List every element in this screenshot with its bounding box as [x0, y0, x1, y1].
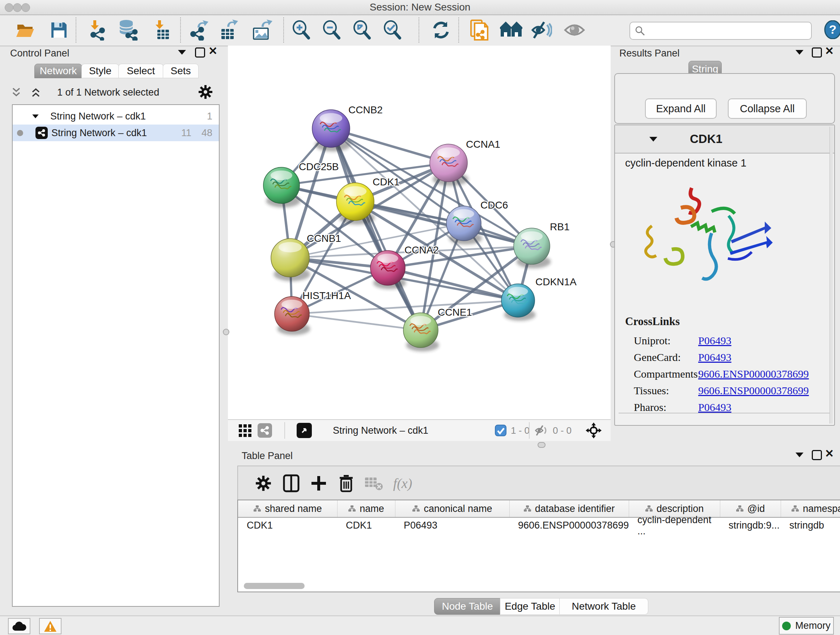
export-image-button[interactable] — [251, 19, 273, 41]
crosslink-link[interactable]: 9606.ENSP00000378699 — [698, 368, 809, 380]
crosslink-link[interactable]: 9606.ENSP00000378699 — [698, 385, 809, 397]
crosslink-link[interactable]: P06493 — [698, 334, 731, 347]
network-tree: String Network – cdk1 1 String Network –… — [12, 104, 219, 607]
pan-mode-button[interactable] — [585, 420, 602, 441]
node-CCNA1[interactable] — [430, 144, 468, 186]
zoom-selected-button[interactable] — [381, 19, 404, 41]
tab-style[interactable]: Style — [81, 64, 119, 78]
protein-header[interactable]: CDK1 — [615, 125, 834, 154]
first-neighbors-button[interactable] — [500, 19, 523, 41]
panel-float-icon[interactable] — [195, 48, 205, 57]
tab-sets[interactable]: Sets — [163, 64, 199, 78]
table-cell[interactable]: stringdb:9... — [720, 518, 781, 533]
network-row[interactable]: String Network – cdk1 11 48 — [13, 125, 219, 141]
column-header-database-identifier[interactable]: database identifier — [509, 500, 629, 517]
node-CDC25B[interactable] — [264, 167, 301, 207]
panel-float-icon[interactable] — [812, 450, 822, 460]
node-CCNA2[interactable] — [370, 250, 406, 289]
export-table-button[interactable] — [218, 19, 240, 41]
network-list-header: 1 of 1 Network selected — [3, 80, 224, 104]
section-expander-icon[interactable] — [649, 137, 657, 141]
column-label: @id — [747, 503, 765, 515]
delete-column-button[interactable] — [335, 472, 357, 494]
panel-close-icon[interactable]: ✕ — [208, 47, 218, 55]
help-button[interactable]: ? — [823, 20, 840, 39]
network-canvas[interactable]: CCNB2CCNA1CDC25BCDK1CDC6RB1CCNB1CCNA2CDK… — [228, 46, 611, 419]
results-scrollbar[interactable] — [829, 127, 833, 424]
import-network-database-button[interactable] — [116, 19, 139, 41]
node-table[interactable]: shared namenamecanonical namedatabase id… — [237, 500, 840, 592]
hide-selected-button[interactable] — [531, 19, 553, 41]
export-network-button[interactable] — [188, 19, 210, 41]
column-header-shared-name[interactable]: shared name — [238, 500, 338, 517]
network-collection-row[interactable]: String Network – cdk1 1 — [13, 108, 219, 125]
column-header--id[interactable]: @id — [720, 500, 781, 517]
tab-node-table[interactable]: Node Table — [434, 598, 501, 615]
tab-network[interactable]: Network — [34, 64, 82, 78]
import-network-file-button[interactable] — [86, 19, 108, 41]
table-cell[interactable]: P06493 — [395, 518, 509, 533]
node-CCNE1[interactable] — [403, 313, 439, 352]
panel-close-icon[interactable]: ✕ — [825, 47, 834, 55]
gear-icon[interactable] — [198, 85, 213, 99]
memory-button[interactable]: Memory — [779, 617, 834, 635]
apply-layout-button[interactable] — [430, 19, 452, 41]
warnings-button[interactable] — [39, 618, 62, 634]
edge-HIST1H1A-CCNE1[interactable] — [292, 314, 421, 330]
column-header-canonical-name[interactable]: canonical name — [395, 500, 510, 517]
table-cell[interactable]: 9606.ENSP00000378699 — [509, 518, 629, 533]
network-label: String Network – cdk1 — [51, 127, 147, 139]
node-CCNB1[interactable] — [271, 239, 310, 281]
node-CCNB2[interactable] — [312, 110, 351, 151]
zoom-out-button[interactable] — [321, 19, 343, 41]
node-RB1[interactable] — [514, 228, 551, 268]
birds-eye-view-button[interactable] — [297, 420, 312, 441]
search-input[interactable] — [630, 22, 812, 40]
grid-view-button[interactable] — [238, 420, 252, 441]
function-builder-button[interactable]: f(x) — [392, 472, 414, 494]
panel-menu-icon[interactable] — [796, 453, 804, 457]
panel-close-icon[interactable]: ✕ — [825, 450, 834, 458]
collapse-all-button[interactable]: Collapse All — [728, 98, 807, 119]
expand-all-icon[interactable] — [30, 86, 41, 98]
node-CDC6[interactable] — [447, 206, 482, 245]
column-header-name[interactable]: name — [337, 500, 395, 517]
table-cell[interactable]: CDK1 — [337, 518, 395, 533]
node-CDKN1A[interactable] — [501, 284, 536, 321]
table-cell[interactable]: cyclin-dependent ... — [629, 518, 720, 533]
cloud-status-button[interactable] — [8, 618, 30, 634]
column-header-namespace[interactable]: namespace — [781, 500, 840, 517]
control-panel-title: Control Panel — [10, 48, 69, 59]
node-CDK1[interactable] — [336, 183, 375, 225]
import-table-file-button[interactable] — [150, 19, 173, 41]
string-view-button[interactable] — [257, 420, 272, 441]
table-cell[interactable]: stringdb — [781, 518, 840, 533]
collapse-all-icon[interactable] — [11, 86, 22, 98]
crosslink-link[interactable]: P06493 — [698, 401, 731, 413]
create-column-button[interactable] — [308, 472, 330, 494]
horizontal-scrollbar-thumb[interactable] — [244, 583, 305, 589]
zoom-fit-button[interactable] — [351, 19, 373, 41]
table-cell[interactable]: CDK1 — [238, 518, 337, 533]
node-HIST1H1A[interactable] — [275, 296, 310, 335]
panel-menu-icon[interactable] — [178, 50, 186, 55]
save-session-button[interactable] — [48, 19, 70, 41]
panel-float-icon[interactable] — [812, 48, 822, 57]
tab-network-table[interactable]: Network Table — [559, 598, 648, 615]
tree-expander-icon[interactable] — [32, 114, 39, 118]
show-columns-button[interactable] — [280, 472, 302, 494]
table-settings-button[interactable] — [253, 472, 274, 494]
crosslink-link[interactable]: P06493 — [698, 351, 731, 363]
show-all-button[interactable] — [563, 19, 586, 41]
expand-all-button[interactable]: Expand All — [645, 98, 717, 119]
delete-table-button[interactable] — [363, 472, 385, 494]
tab-select[interactable]: Select — [118, 64, 164, 78]
checkbox-icon[interactable] — [495, 424, 507, 436]
zoom-in-button[interactable] — [290, 19, 313, 41]
tab-edge-table[interactable]: Edge Table — [500, 598, 560, 615]
clone-network-button[interactable] — [468, 19, 491, 41]
left-splitter-handle[interactable] — [223, 329, 229, 335]
open-session-button[interactable] — [14, 19, 36, 41]
panel-menu-icon[interactable] — [796, 50, 804, 55]
horizontal-splitter-handle[interactable] — [538, 442, 546, 448]
